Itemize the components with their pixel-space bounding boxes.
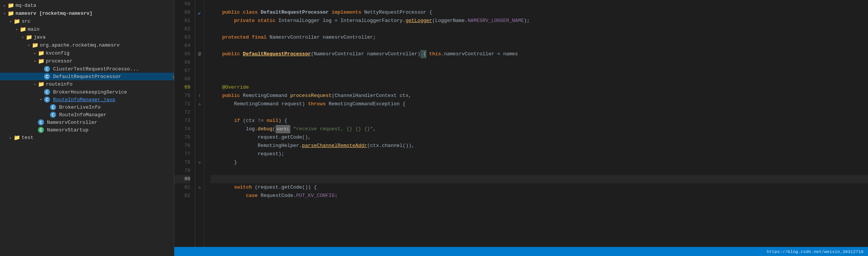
chevron-icon: [26, 43, 32, 48]
gutter-line: [195, 17, 204, 25]
line-num: 71: [174, 100, 190, 108]
code-line-70: public RemotingCommand processRequest(Ch…: [210, 92, 868, 100]
class-icon: C: [44, 66, 50, 72]
gutter-line: [195, 117, 204, 125]
sidebar-item-label: main: [28, 27, 39, 32]
sidebar-item-label: java: [34, 34, 45, 40]
sidebar-item-namesrv-controller[interactable]: C NamesrvController: [0, 119, 174, 126]
code-line-77: request);: [210, 150, 868, 158]
code-line-79: [210, 167, 868, 175]
chevron-icon: [2, 3, 8, 8]
keyword-span: protected: [222, 33, 249, 42]
sidebar-item-broker-housekeeping[interactable]: C BrokerHousekeepingService: [0, 88, 174, 96]
code-line-68: [210, 75, 868, 83]
sidebar-item-main[interactable]: 📁 main: [0, 25, 174, 33]
gutter-line: [195, 192, 204, 200]
code-line-82: case RequestCode.PUT_KV_CONFIG:: [210, 192, 868, 200]
keyword-span: private: [234, 17, 255, 25]
line-num: 60: [174, 8, 190, 17]
gutter-line: [195, 150, 204, 158]
gutter-line: [195, 58, 204, 67]
code-line-69: @Override: [210, 83, 868, 92]
sidebar-item-label: namesrv [rocketmq-namesrv]: [16, 11, 92, 16]
sidebar-item-routeinfo-manager-java[interactable]: C RouteInfoManager.java: [0, 96, 174, 103]
constructor-name: DefaultRequestProcessor: [243, 50, 311, 58]
gutter-line: [195, 42, 204, 50]
gutter-line: [195, 75, 204, 83]
sidebar-item-routeinfo-manager[interactable]: C RouteInfoManager: [0, 111, 174, 119]
keyword-span: public: [222, 92, 240, 100]
constant-ref: NAMESRV_LOGGER_NAME: [468, 17, 524, 25]
gutter-line: [195, 25, 204, 33]
sidebar-item-test[interactable]: 📁 test: [0, 134, 174, 142]
sidebar-item-label: src: [22, 19, 30, 24]
keyword-span: final: [252, 33, 266, 42]
code-line-72: [210, 108, 868, 117]
method-name: processRequest: [290, 92, 332, 100]
code-line-64: [210, 42, 868, 50]
gutter-line: [195, 83, 204, 92]
line-num: 80: [174, 175, 190, 183]
class-icon: C: [44, 97, 50, 103]
line-num: 81: [174, 183, 190, 192]
sidebar-item-mq-data[interactable]: 📁 mq-data: [0, 2, 174, 9]
chevron-icon: [32, 59, 38, 64]
sidebar-item-org-apache[interactable]: 📁 org.apache.rocketmq.namesrv: [0, 41, 174, 49]
gutter-line: [195, 0, 204, 8]
chevron-icon: [2, 11, 8, 16]
sidebar-item-java[interactable]: 📁 java: [0, 33, 174, 41]
line-num: 77: [174, 150, 190, 158]
line-num: 59: [174, 0, 190, 8]
sidebar-item-broker-live-info[interactable]: C BrokerLiveInfo: [0, 103, 174, 111]
sidebar-item-label: routeinfo: [46, 81, 72, 87]
sidebar-item-namesrv[interactable]: 📁 namesrv [rocketmq-namesrv]: [0, 9, 174, 17]
constant-ref: PUT_KV_CONFIG: [296, 192, 334, 200]
code-line-67: [210, 67, 868, 75]
line-num: 74: [174, 125, 190, 133]
sidebar-item-label: ClusterTestRequestProcesso...: [53, 66, 139, 72]
keyword-case: case: [246, 192, 258, 200]
code-line-73: if (ctx != null) {: [210, 117, 868, 125]
code-content[interactable]: public class DefaultRequestProcessor imp…: [204, 0, 868, 247]
url-link[interactable]: https://blog.csdn.net/weixin_38312719: [767, 249, 863, 254]
sidebar-item-cluster-test[interactable]: C ClusterTestRequestProcesso...: [0, 65, 174, 73]
sidebar-item-namesrv-startup[interactable]: C NamesrvStartup: [0, 126, 174, 134]
line-num: 65: [174, 50, 190, 58]
gutter-bookmark-icon: ↙: [195, 8, 204, 17]
class-icon: C: [44, 73, 50, 80]
line-num: 73: [174, 117, 190, 125]
file-tree: 📁 mq-data 📁 namesrv [rocketmq-namesrv] 📁…: [0, 0, 174, 256]
line-num: 79: [174, 167, 190, 175]
sidebar-item-routeinfo[interactable]: 📁 routeinfo: [0, 80, 174, 88]
code-line-76: RemotingHelper.parseChannelRemoteAddr(ct…: [210, 142, 868, 150]
keyword-span: public: [222, 50, 240, 58]
gutter-line: [195, 167, 204, 175]
keyword-span: static: [258, 17, 276, 25]
gutter-line: [195, 142, 204, 150]
editor-gutter: ↙ @ ↑ ◇ ◇ ◇: [195, 0, 204, 247]
chevron-icon: [8, 19, 14, 24]
sidebar-item-label: org.apache.rocketmq.namesrv: [40, 42, 120, 48]
folder-icon: 📁: [38, 81, 44, 87]
keyword-span: this: [429, 50, 441, 58]
method-call: parseChannelRemoteAddr: [302, 142, 367, 150]
sidebar-item-processor[interactable]: 📁 processor: [0, 57, 174, 65]
code-line-81: switch (request.getCode()) {: [210, 183, 868, 192]
line-num: 78: [174, 158, 190, 167]
bottom-bar: https://blog.csdn.net/weixin_38312719: [174, 247, 868, 256]
gutter-line: [195, 33, 204, 42]
gutter-edit-icon: @: [195, 50, 204, 58]
gutter-line: [195, 125, 204, 133]
gutter-line: [195, 67, 204, 75]
gutter-line: [195, 133, 204, 142]
annotation-span: @Override: [222, 83, 249, 92]
line-num: 82: [174, 192, 190, 200]
folder-icon: 📁: [14, 134, 20, 141]
code-line-59: [210, 0, 868, 8]
sidebar-item-label: mq-data: [16, 3, 36, 8]
line-num: 69: [174, 83, 190, 92]
sidebar-item-kvconfig[interactable]: 📁 kvconfig: [0, 49, 174, 57]
sidebar-item-src[interactable]: 📁 src: [0, 17, 174, 25]
sidebar-item-default-request-processor[interactable]: C DefaultRequestProcessor ➤: [0, 73, 174, 80]
class-icon: C: [50, 104, 56, 110]
